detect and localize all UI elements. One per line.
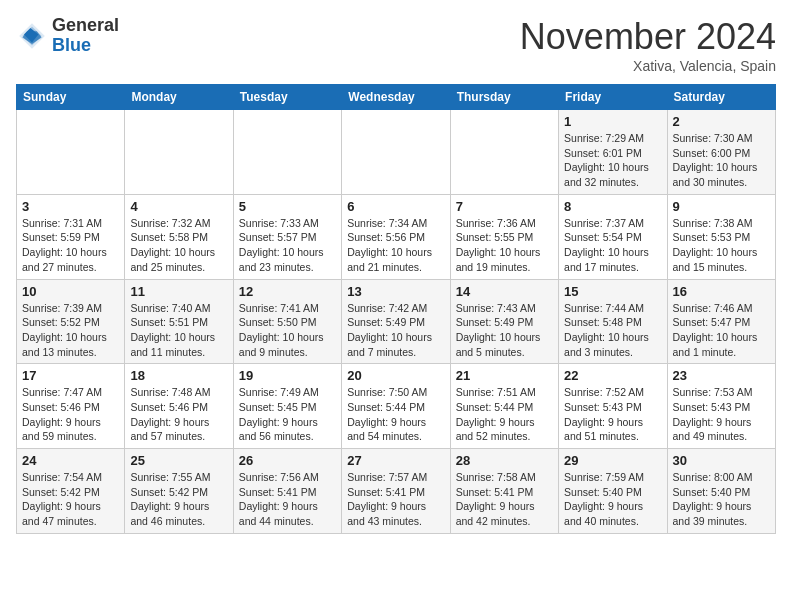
calendar-day-1: 1Sunrise: 7:29 AM Sunset: 6:01 PM Daylig… (559, 110, 667, 195)
weekday-header-tuesday: Tuesday (233, 85, 341, 110)
weekday-header-friday: Friday (559, 85, 667, 110)
day-info: Sunrise: 7:58 AM Sunset: 5:41 PM Dayligh… (456, 470, 553, 529)
calendar-week-row: 17Sunrise: 7:47 AM Sunset: 5:46 PM Dayli… (17, 364, 776, 449)
day-number: 27 (347, 453, 444, 468)
day-info: Sunrise: 8:00 AM Sunset: 5:40 PM Dayligh… (673, 470, 770, 529)
month-title: November 2024 (520, 16, 776, 58)
day-number: 13 (347, 284, 444, 299)
day-number: 6 (347, 199, 444, 214)
weekday-header-sunday: Sunday (17, 85, 125, 110)
day-number: 25 (130, 453, 227, 468)
day-number: 4 (130, 199, 227, 214)
day-info: Sunrise: 7:48 AM Sunset: 5:46 PM Dayligh… (130, 385, 227, 444)
calendar-day-15: 15Sunrise: 7:44 AM Sunset: 5:48 PM Dayli… (559, 279, 667, 364)
calendar-table: SundayMondayTuesdayWednesdayThursdayFrid… (16, 84, 776, 534)
calendar-day-29: 29Sunrise: 7:59 AM Sunset: 5:40 PM Dayli… (559, 449, 667, 534)
day-number: 11 (130, 284, 227, 299)
calendar-day-26: 26Sunrise: 7:56 AM Sunset: 5:41 PM Dayli… (233, 449, 341, 534)
day-number: 7 (456, 199, 553, 214)
day-info: Sunrise: 7:37 AM Sunset: 5:54 PM Dayligh… (564, 216, 661, 275)
day-number: 8 (564, 199, 661, 214)
calendar-day-22: 22Sunrise: 7:52 AM Sunset: 5:43 PM Dayli… (559, 364, 667, 449)
day-info: Sunrise: 7:50 AM Sunset: 5:44 PM Dayligh… (347, 385, 444, 444)
day-number: 22 (564, 368, 661, 383)
day-info: Sunrise: 7:44 AM Sunset: 5:48 PM Dayligh… (564, 301, 661, 360)
calendar-day-7: 7Sunrise: 7:36 AM Sunset: 5:55 PM Daylig… (450, 194, 558, 279)
day-number: 2 (673, 114, 770, 129)
day-number: 20 (347, 368, 444, 383)
calendar-empty-cell (125, 110, 233, 195)
calendar-day-13: 13Sunrise: 7:42 AM Sunset: 5:49 PM Dayli… (342, 279, 450, 364)
calendar-day-4: 4Sunrise: 7:32 AM Sunset: 5:58 PM Daylig… (125, 194, 233, 279)
day-info: Sunrise: 7:39 AM Sunset: 5:52 PM Dayligh… (22, 301, 119, 360)
calendar-day-8: 8Sunrise: 7:37 AM Sunset: 5:54 PM Daylig… (559, 194, 667, 279)
calendar-day-10: 10Sunrise: 7:39 AM Sunset: 5:52 PM Dayli… (17, 279, 125, 364)
page-header: General Blue November 2024 Xativa, Valen… (16, 16, 776, 74)
day-info: Sunrise: 7:57 AM Sunset: 5:41 PM Dayligh… (347, 470, 444, 529)
day-info: Sunrise: 7:53 AM Sunset: 5:43 PM Dayligh… (673, 385, 770, 444)
day-number: 30 (673, 453, 770, 468)
calendar-day-19: 19Sunrise: 7:49 AM Sunset: 5:45 PM Dayli… (233, 364, 341, 449)
day-number: 24 (22, 453, 119, 468)
day-number: 23 (673, 368, 770, 383)
day-info: Sunrise: 7:34 AM Sunset: 5:56 PM Dayligh… (347, 216, 444, 275)
calendar-week-row: 1Sunrise: 7:29 AM Sunset: 6:01 PM Daylig… (17, 110, 776, 195)
calendar-empty-cell (342, 110, 450, 195)
calendar-week-row: 3Sunrise: 7:31 AM Sunset: 5:59 PM Daylig… (17, 194, 776, 279)
calendar-day-5: 5Sunrise: 7:33 AM Sunset: 5:57 PM Daylig… (233, 194, 341, 279)
day-info: Sunrise: 7:59 AM Sunset: 5:40 PM Dayligh… (564, 470, 661, 529)
day-number: 14 (456, 284, 553, 299)
day-info: Sunrise: 7:51 AM Sunset: 5:44 PM Dayligh… (456, 385, 553, 444)
day-info: Sunrise: 7:43 AM Sunset: 5:49 PM Dayligh… (456, 301, 553, 360)
day-info: Sunrise: 7:30 AM Sunset: 6:00 PM Dayligh… (673, 131, 770, 190)
calendar-day-24: 24Sunrise: 7:54 AM Sunset: 5:42 PM Dayli… (17, 449, 125, 534)
day-info: Sunrise: 7:49 AM Sunset: 5:45 PM Dayligh… (239, 385, 336, 444)
day-info: Sunrise: 7:52 AM Sunset: 5:43 PM Dayligh… (564, 385, 661, 444)
day-info: Sunrise: 7:56 AM Sunset: 5:41 PM Dayligh… (239, 470, 336, 529)
calendar-day-23: 23Sunrise: 7:53 AM Sunset: 5:43 PM Dayli… (667, 364, 775, 449)
calendar-day-20: 20Sunrise: 7:50 AM Sunset: 5:44 PM Dayli… (342, 364, 450, 449)
day-number: 26 (239, 453, 336, 468)
day-info: Sunrise: 7:36 AM Sunset: 5:55 PM Dayligh… (456, 216, 553, 275)
weekday-header-saturday: Saturday (667, 85, 775, 110)
day-info: Sunrise: 7:32 AM Sunset: 5:58 PM Dayligh… (130, 216, 227, 275)
day-info: Sunrise: 7:41 AM Sunset: 5:50 PM Dayligh… (239, 301, 336, 360)
calendar-empty-cell (17, 110, 125, 195)
day-info: Sunrise: 7:38 AM Sunset: 5:53 PM Dayligh… (673, 216, 770, 275)
title-block: November 2024 Xativa, Valencia, Spain (520, 16, 776, 74)
calendar-day-9: 9Sunrise: 7:38 AM Sunset: 5:53 PM Daylig… (667, 194, 775, 279)
day-number: 3 (22, 199, 119, 214)
day-number: 18 (130, 368, 227, 383)
day-info: Sunrise: 7:47 AM Sunset: 5:46 PM Dayligh… (22, 385, 119, 444)
day-info: Sunrise: 7:55 AM Sunset: 5:42 PM Dayligh… (130, 470, 227, 529)
calendar-day-27: 27Sunrise: 7:57 AM Sunset: 5:41 PM Dayli… (342, 449, 450, 534)
calendar-day-2: 2Sunrise: 7:30 AM Sunset: 6:00 PM Daylig… (667, 110, 775, 195)
calendar-day-17: 17Sunrise: 7:47 AM Sunset: 5:46 PM Dayli… (17, 364, 125, 449)
logo-icon (16, 20, 48, 52)
calendar-empty-cell (233, 110, 341, 195)
day-info: Sunrise: 7:42 AM Sunset: 5:49 PM Dayligh… (347, 301, 444, 360)
day-number: 15 (564, 284, 661, 299)
day-number: 12 (239, 284, 336, 299)
logo-blue-text: Blue (52, 36, 119, 56)
calendar-day-25: 25Sunrise: 7:55 AM Sunset: 5:42 PM Dayli… (125, 449, 233, 534)
day-info: Sunrise: 7:29 AM Sunset: 6:01 PM Dayligh… (564, 131, 661, 190)
day-number: 28 (456, 453, 553, 468)
day-info: Sunrise: 7:54 AM Sunset: 5:42 PM Dayligh… (22, 470, 119, 529)
calendar-week-row: 24Sunrise: 7:54 AM Sunset: 5:42 PM Dayli… (17, 449, 776, 534)
logo-general-text: General (52, 16, 119, 36)
day-info: Sunrise: 7:31 AM Sunset: 5:59 PM Dayligh… (22, 216, 119, 275)
day-info: Sunrise: 7:33 AM Sunset: 5:57 PM Dayligh… (239, 216, 336, 275)
day-number: 29 (564, 453, 661, 468)
calendar-empty-cell (450, 110, 558, 195)
weekday-header-thursday: Thursday (450, 85, 558, 110)
calendar-day-16: 16Sunrise: 7:46 AM Sunset: 5:47 PM Dayli… (667, 279, 775, 364)
day-number: 1 (564, 114, 661, 129)
calendar-day-14: 14Sunrise: 7:43 AM Sunset: 5:49 PM Dayli… (450, 279, 558, 364)
weekday-header-monday: Monday (125, 85, 233, 110)
calendar-day-3: 3Sunrise: 7:31 AM Sunset: 5:59 PM Daylig… (17, 194, 125, 279)
day-number: 19 (239, 368, 336, 383)
day-number: 9 (673, 199, 770, 214)
weekday-header-wednesday: Wednesday (342, 85, 450, 110)
day-number: 21 (456, 368, 553, 383)
